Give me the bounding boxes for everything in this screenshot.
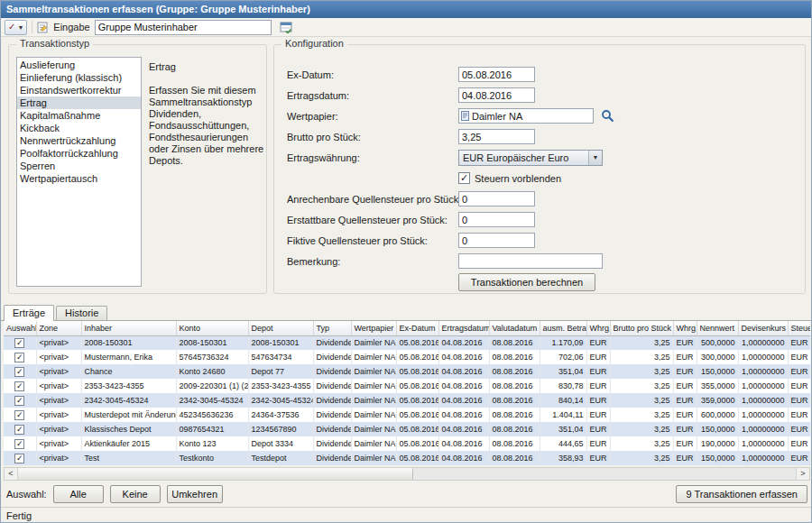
scroll-right-button[interactable]: > [796, 468, 809, 480]
table-cell: Daimler NA [351, 335, 396, 350]
auswahl-label: Auswahl: [6, 489, 47, 500]
scroll-left-button[interactable]: < [5, 468, 18, 480]
table-cell: Daimler NA [351, 436, 396, 451]
app-window: Sammeltransaktionen erfassen (Gruppe: Gr… [0, 0, 812, 523]
column-header[interactable]: ausm. Betrag [540, 321, 586, 335]
table-cell: Daimler NA [351, 379, 396, 393]
row-checkbox[interactable]: ✓ [14, 353, 24, 362]
form-select-split-button[interactable]: ✓ ▼ [5, 20, 27, 35]
anrechenbare-input[interactable] [458, 191, 535, 206]
table-row[interactable]: ✓<privat>2008-1503012008-1503012008-1503… [4, 335, 810, 350]
table-cell: Daimler NA [351, 350, 396, 364]
column-header[interactable]: Depot [248, 321, 313, 335]
column-header[interactable]: Whrg. [586, 321, 610, 335]
statusbar: Fertig [1, 507, 812, 523]
column-header[interactable]: Typ [313, 321, 351, 335]
transaktionstyp-item[interactable]: Einlieferung (klassisch) [17, 71, 141, 84]
scrollbar-track[interactable] [413, 468, 796, 480]
eingabe-label: Eingabe [53, 22, 89, 32]
fiktive-input[interactable] [458, 233, 535, 248]
transaktionstyp-item[interactable]: Sperren [17, 160, 141, 172]
transactions-table: AuswahlZoneInhaberKontoDepotTypWertpapie… [4, 321, 810, 465]
select-group-button[interactable] [276, 19, 296, 35]
steuern-vorblenden-checkbox[interactable]: ✓ [458, 172, 470, 184]
transaktionen-berechnen-button[interactable]: Transaktionen berechnen [458, 273, 595, 291]
row-checkbox[interactable]: ✓ [14, 454, 24, 463]
table-cell: EUR [788, 364, 810, 379]
window-title: Sammeltransaktionen erfassen (Gruppe: Gr… [6, 4, 310, 14]
group-input[interactable] [95, 20, 272, 35]
row-checkbox-cell: ✓ [4, 422, 36, 436]
table-cell: EUR [586, 350, 610, 364]
invert-selection-button[interactable]: Umkehren [167, 485, 223, 503]
scrollbar-thumb[interactable] [18, 468, 413, 480]
column-header[interactable]: Ex-Datum [396, 321, 438, 335]
row-checkbox[interactable]: ✓ [14, 338, 24, 348]
transaktionstyp-item[interactable]: Poolfaktorrückzahlung [17, 147, 141, 160]
row-checkbox[interactable]: ✓ [14, 381, 24, 391]
table-row[interactable]: ✓<privat>Musterdepot mit Änderungen45234… [4, 408, 810, 422]
transaktionstyp-item[interactable]: Auslieferung [17, 59, 141, 71]
bemerkung-input[interactable] [458, 253, 603, 269]
transaktionstyp-listbox[interactable]: AuslieferungEinlieferung (klassisch)Eins… [16, 57, 142, 287]
transaktionstyp-item[interactable]: Kapitalmaßnahme [17, 109, 141, 122]
tabbar: ErträgeHistorie [1, 305, 812, 321]
tab-historie[interactable]: Historie [56, 306, 107, 320]
table-row[interactable]: ✓<privat>Klassisches Depot09876543211234… [4, 422, 810, 436]
table-row[interactable]: ✓<privat>ChanceKonto 24680Depot 77Divide… [4, 364, 810, 379]
wertpapier-input[interactable]: Daimler NA [458, 108, 594, 124]
row-checkbox[interactable]: ✓ [14, 439, 24, 449]
row-checkbox[interactable]: ✓ [14, 396, 24, 406]
table-cell: 08.08.2016 [489, 393, 540, 408]
search-icon [601, 109, 614, 123]
table-cell: 08.08.2016 [489, 422, 540, 436]
brutto-input[interactable] [458, 129, 535, 144]
column-header[interactable]: Devisenkurs [738, 321, 788, 335]
table-cell: 190,0000 [697, 436, 738, 451]
transaktionstyp-item[interactable]: Nennwertrückzahlung [17, 134, 141, 147]
horizontal-scrollbar[interactable]: < > [4, 467, 810, 481]
transaktionstyp-item[interactable]: Kickback [17, 122, 141, 134]
select-all-button[interactable]: Alle [53, 485, 104, 503]
table-cell: 2353-3423-4355 [81, 379, 176, 393]
column-header[interactable]: Steuerwhrg. [788, 321, 810, 335]
column-header[interactable]: Brutto pro Stück [610, 321, 673, 335]
column-header[interactable]: Nennwert [697, 321, 738, 335]
table-cell: Daimler NA [351, 422, 396, 436]
transaktionstyp-item[interactable]: Einstandswertkorrektur [17, 84, 141, 96]
table-cell: Konto 123 [176, 436, 248, 451]
table-cell: EUR [673, 364, 697, 379]
checkmark-icon: ✓ [16, 454, 23, 463]
column-header[interactable]: Zone [36, 321, 81, 335]
ex-datum-input[interactable] [458, 67, 535, 82]
column-header[interactable]: Ertragsdatum [438, 321, 489, 335]
table-row[interactable]: ✓<privat>2353-3423-43552009-220301 (1) (… [4, 379, 810, 393]
transaktionstyp-item[interactable]: Wertpapiertausch [17, 172, 141, 185]
column-header[interactable]: Inhaber [81, 321, 176, 335]
transaktionen-erfassen-button[interactable]: 9 Transaktionen erfassen [676, 485, 807, 503]
table-cell: 05.08.2016 [396, 379, 438, 393]
steuern-vorblenden-row: ✓ Steuern vorblenden [287, 170, 798, 186]
wertpapier-search-button[interactable] [601, 109, 614, 123]
transaktionstyp-item[interactable]: Ertrag [17, 96, 141, 109]
column-header[interactable]: Konto [176, 321, 248, 335]
table-row[interactable]: ✓<privat>TestTestkontoTestdepotDividende… [4, 451, 810, 465]
column-header[interactable]: Wertpapier [351, 321, 396, 335]
column-header[interactable]: Valutadatum [489, 321, 540, 335]
table-cell: 452345636236 [176, 408, 248, 422]
table-row[interactable]: ✓<privat>Mustermann, Erika57645736324547… [4, 350, 810, 364]
ertragswaehrung-select[interactable]: EUR Europäischer Euro ▼ [458, 150, 603, 166]
select-none-button[interactable]: Keine [110, 485, 161, 503]
row-checkbox[interactable]: ✓ [14, 367, 24, 377]
row-checkbox[interactable]: ✓ [14, 410, 24, 420]
tab-ertraege[interactable]: Erträge [4, 305, 54, 321]
column-header[interactable]: Whrg. [673, 321, 697, 335]
column-header[interactable]: Auswahl [4, 321, 36, 335]
erstattbare-input[interactable] [458, 212, 535, 227]
table-row[interactable]: ✓<privat>Aktienkäufer 2015Konto 123Depot… [4, 436, 810, 451]
ertragsdatum-input[interactable] [458, 87, 535, 103]
table-cell: <privat> [36, 335, 81, 350]
row-checkbox[interactable]: ✓ [14, 425, 24, 435]
table-row[interactable]: ✓<privat>2342-3045-453242342-3045-453242… [4, 393, 810, 408]
steuern-vorblenden-label: Steuern vorblenden [475, 173, 561, 184]
